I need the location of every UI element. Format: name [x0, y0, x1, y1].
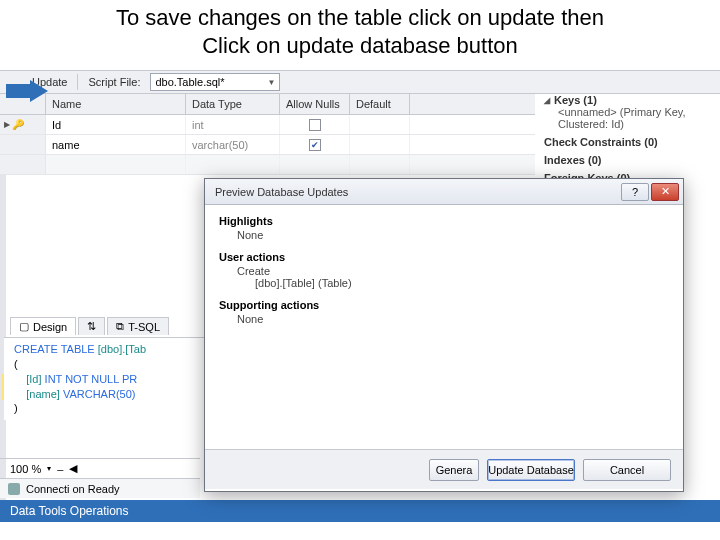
- scriptfile-combo[interactable]: dbo.Table.sql* ▼: [150, 73, 280, 91]
- table-row-empty[interactable]: [0, 155, 535, 175]
- cell-type[interactable]: int: [186, 115, 280, 134]
- zoom-value[interactable]: 100 %: [10, 463, 41, 475]
- cell-name[interactable]: [46, 155, 186, 174]
- connection-status: Connecti on Ready: [0, 478, 200, 498]
- sql-id: [name]: [26, 388, 63, 400]
- cell-type[interactable]: [186, 155, 280, 174]
- col-header-type[interactable]: Data Type: [186, 94, 280, 114]
- section-supporting: Supporting actions: [219, 299, 669, 311]
- sql-line: [Id] INT NOT NULL PR: [14, 372, 194, 387]
- sql-kw: VARCHAR(50): [63, 388, 136, 400]
- checkbox-unchecked[interactable]: [309, 119, 321, 131]
- keys-label: Keys (1): [554, 94, 597, 106]
- sql-kw: INT NOT NULL PR: [45, 373, 138, 385]
- toolbar-divider: [77, 74, 78, 90]
- row-header[interactable]: [0, 135, 46, 154]
- keys-item[interactable]: <unnamed> (Primary Key, Clustered: Id): [544, 106, 714, 130]
- chevron-down-icon: ▼: [268, 78, 276, 87]
- tab-split[interactable]: ⇅: [78, 317, 105, 335]
- instruction-title: To save changes on the table click on up…: [0, 0, 720, 61]
- sql-id: [dbo].[Tab: [98, 343, 146, 355]
- update-database-button[interactable]: Update Database: [487, 459, 575, 481]
- zoom-dash: –: [57, 463, 63, 475]
- sql-line: CREATE TABLE [dbo].[Tab: [14, 342, 194, 357]
- cell-default[interactable]: [350, 115, 410, 134]
- cell-name[interactable]: name: [46, 135, 186, 154]
- cell-type[interactable]: varchar(50): [186, 135, 280, 154]
- sql-line: [name] VARCHAR(50): [14, 387, 194, 402]
- plug-icon: [8, 483, 20, 495]
- tab-design[interactable]: ▢ Design: [10, 317, 76, 335]
- cell-nulls[interactable]: ✔: [280, 135, 350, 154]
- highlights-none: None: [219, 229, 669, 241]
- collapse-icon: ◢: [544, 96, 550, 105]
- designer-tabs: ▢ Design ⇅ ⧉ T-SQL: [0, 315, 169, 337]
- tab-label: Design: [33, 321, 67, 333]
- row-header[interactable]: ▶ 🔑: [0, 115, 46, 134]
- columns-grid: Name Data Type Allow Nulls Default ▶ 🔑 I…: [0, 94, 535, 175]
- find-icon[interactable]: ◀: [69, 462, 77, 475]
- generate-script-button[interactable]: Genera: [429, 459, 479, 481]
- cell-nulls[interactable]: [280, 115, 350, 134]
- bottom-panel-label: Data Tools Operations: [10, 504, 129, 518]
- dialog-title: Preview Database Updates: [215, 186, 348, 198]
- scriptfile-value: dbo.Table.sql*: [155, 76, 224, 88]
- chevron-down-icon[interactable]: ▾: [47, 464, 51, 473]
- instruction-line-2: Click on update database button: [202, 33, 518, 58]
- split-icon: ⇅: [87, 320, 96, 333]
- col-header-default[interactable]: Default: [350, 94, 410, 114]
- current-row-icon: ▶: [4, 120, 10, 129]
- instruction-line-1: To save changes on the table click on up…: [116, 5, 604, 30]
- zoom-bar: 100 % ▾ – ◀: [0, 458, 200, 478]
- check-constraints-header[interactable]: Check Constraints (0): [544, 136, 714, 148]
- keys-header[interactable]: ◢Keys (1): [544, 94, 714, 106]
- tab-label: T-SQL: [128, 321, 160, 333]
- user-action-create: Create: [219, 265, 669, 277]
- cancel-button[interactable]: Cancel: [583, 459, 671, 481]
- col-header-nulls[interactable]: Allow Nulls: [280, 94, 350, 114]
- cell-default[interactable]: [350, 135, 410, 154]
- tab-sql[interactable]: ⧉ T-SQL: [107, 317, 169, 335]
- checkbox-checked[interactable]: ✔: [309, 139, 321, 151]
- user-action-item: [dbo].[Table] (Table): [219, 277, 669, 289]
- table-side-panel: ◢Keys (1) <unnamed> (Primary Key, Cluste…: [544, 94, 714, 190]
- close-button[interactable]: ✕: [651, 183, 679, 201]
- scriptfile-label: Script File:: [88, 76, 140, 88]
- row-header[interactable]: [0, 155, 46, 174]
- sql-line: (: [14, 357, 194, 372]
- cell-nulls[interactable]: [280, 155, 350, 174]
- grid-header: Name Data Type Allow Nulls Default: [0, 94, 535, 115]
- col-header-name[interactable]: Name: [46, 94, 186, 114]
- preview-updates-dialog: Preview Database Updates ? ✕ Highlights …: [204, 178, 684, 492]
- sql-line: ): [14, 401, 194, 416]
- designer-toolbar: Update Script File: dbo.Table.sql* ▼: [0, 70, 720, 94]
- bottom-panel-tab[interactable]: Data Tools Operations: [0, 500, 720, 522]
- dialog-footer: Genera Update Database Cancel: [205, 449, 683, 489]
- table-row[interactable]: ▶ 🔑 Id int: [0, 115, 535, 135]
- dialog-titlebar[interactable]: Preview Database Updates ? ✕: [205, 179, 683, 205]
- status-text: Connecti on Ready: [26, 483, 120, 495]
- sql-id: [Id]: [26, 373, 44, 385]
- sql-editor[interactable]: CREATE TABLE [dbo].[Tab ( [Id] INT NOT N…: [4, 337, 204, 420]
- indexes-header[interactable]: Indexes (0): [544, 154, 714, 166]
- section-highlights: Highlights: [219, 215, 669, 227]
- pointer-arrow: [6, 80, 48, 104]
- dialog-controls: ? ✕: [621, 183, 679, 201]
- supporting-none: None: [219, 313, 669, 325]
- cell-default[interactable]: [350, 155, 410, 174]
- section-user-actions: User actions: [219, 251, 669, 263]
- help-button[interactable]: ?: [621, 183, 649, 201]
- table-row[interactable]: name varchar(50) ✔: [0, 135, 535, 155]
- dialog-body: Highlights None User actions Create [dbo…: [205, 205, 683, 449]
- key-icon: 🔑: [12, 119, 24, 130]
- svg-marker-0: [6, 80, 48, 102]
- sql-kw: CREATE TABLE: [14, 343, 98, 355]
- cell-name[interactable]: Id: [46, 115, 186, 134]
